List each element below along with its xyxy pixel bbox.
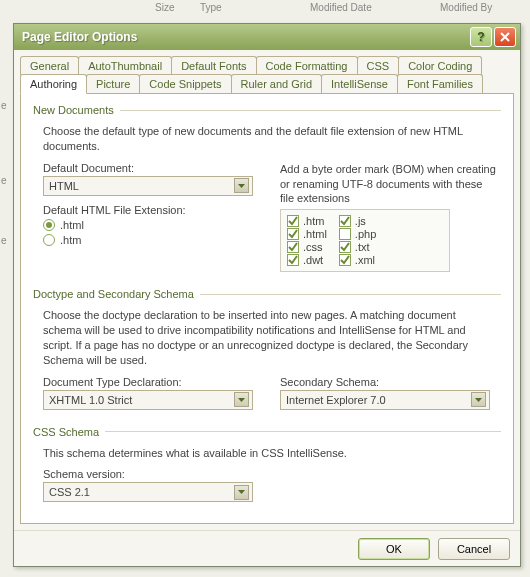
background-column-headers: Size Type Modified Date Modified By <box>0 2 530 20</box>
tab-area: General AutoThumbnail Default Fonts Code… <box>14 50 520 93</box>
dropdown-icon <box>234 178 249 193</box>
schema-version-value: CSS 2.1 <box>49 486 90 498</box>
radio-html[interactable] <box>43 219 55 231</box>
doctype-title: Doctype and Secondary Schema <box>33 288 501 302</box>
schema-version-label: Schema version: <box>43 468 497 480</box>
authoring-panel: New Documents Choose the default type of… <box>20 93 514 524</box>
tab-font-families[interactable]: Font Families <box>397 74 483 93</box>
cb-html[interactable] <box>287 228 299 240</box>
cb-php-row[interactable]: .php <box>339 228 376 240</box>
dialog-footer: OK Cancel <box>14 530 520 566</box>
ok-button[interactable]: OK <box>358 538 430 560</box>
dialog-title: Page Editor Options <box>22 30 468 44</box>
bom-label: Add a byte order mark (BOM) when creatin… <box>280 162 497 207</box>
dropdown-icon <box>234 392 249 407</box>
dtd-select[interactable]: XHTML 1.0 Strict <box>43 390 253 410</box>
tab-authoring[interactable]: Authoring <box>20 74 87 94</box>
tabs-row-1: General AutoThumbnail Default Fonts Code… <box>20 56 514 75</box>
cb-js[interactable] <box>339 215 351 227</box>
tab-css[interactable]: CSS <box>357 56 400 75</box>
tabs-row-2: Authoring Picture Code Snippets Ruler an… <box>20 74 514 93</box>
tab-ruler-and-grid[interactable]: Ruler and Grid <box>231 74 323 93</box>
new-documents-title: New Documents <box>33 104 501 118</box>
new-documents-section: New Documents Choose the default type of… <box>33 104 501 272</box>
cb-txt-row[interactable]: .txt <box>339 241 376 253</box>
css-schema-section: CSS Schema This schema determines what i… <box>33 426 501 503</box>
tab-code-formatting[interactable]: Code Formatting <box>256 56 358 75</box>
cb-dwt-row[interactable]: .dwt <box>287 254 327 266</box>
new-documents-desc: Choose the default type of new documents… <box>43 124 497 154</box>
page-editor-options-dialog: Page Editor Options ? General AutoThumbn… <box>13 23 521 567</box>
doctype-section: Doctype and Secondary Schema Choose the … <box>33 288 501 409</box>
cb-css-row[interactable]: .css <box>287 241 327 253</box>
bom-extensions-box: .htm .html .css .dwt .js .php .txt .xml <box>280 209 450 272</box>
tab-color-coding[interactable]: Color Coding <box>398 56 482 75</box>
bom-col-left: .htm .html .css .dwt <box>287 214 327 267</box>
cb-css[interactable] <box>287 241 299 253</box>
cb-php[interactable] <box>339 228 351 240</box>
dtd-label: Document Type Declaration: <box>43 376 260 388</box>
help-button[interactable]: ? <box>470 27 492 47</box>
default-document-select[interactable]: HTML <box>43 176 253 196</box>
default-document-value: HTML <box>49 180 79 192</box>
radio-html-row[interactable]: .html <box>43 219 260 231</box>
bom-col-right: .js .php .txt .xml <box>339 214 376 267</box>
cb-htm-row[interactable]: .htm <box>287 215 327 227</box>
default-document-label: Default Document: <box>43 162 260 174</box>
cb-htm[interactable] <box>287 215 299 227</box>
css-schema-desc: This schema determines what is available… <box>43 446 497 461</box>
cb-txt[interactable] <box>339 241 351 253</box>
tab-picture[interactable]: Picture <box>86 74 140 93</box>
schema-version-select[interactable]: CSS 2.1 <box>43 482 253 502</box>
dropdown-icon <box>234 485 249 500</box>
cb-html-row[interactable]: .html <box>287 228 327 240</box>
close-button[interactable] <box>494 27 516 47</box>
tab-autothumbnail[interactable]: AutoThumbnail <box>78 56 172 75</box>
titlebar: Page Editor Options ? <box>14 24 520 50</box>
tab-code-snippets[interactable]: Code Snippets <box>139 74 231 93</box>
cb-xml[interactable] <box>339 254 351 266</box>
dropdown-icon <box>471 392 486 407</box>
radio-htm-row[interactable]: .htm <box>43 234 260 246</box>
sec-schema-select[interactable]: Internet Explorer 7.0 <box>280 390 490 410</box>
default-ext-label: Default HTML File Extension: <box>43 204 260 216</box>
cb-js-row[interactable]: .js <box>339 215 376 227</box>
doctype-desc: Choose the doctype declaration to be ins… <box>43 308 497 367</box>
dtd-value: XHTML 1.0 Strict <box>49 394 132 406</box>
sec-schema-value: Internet Explorer 7.0 <box>286 394 386 406</box>
tab-default-fonts[interactable]: Default Fonts <box>171 56 256 75</box>
css-schema-title: CSS Schema <box>33 426 501 440</box>
radio-htm[interactable] <box>43 234 55 246</box>
cb-dwt[interactable] <box>287 254 299 266</box>
cancel-button[interactable]: Cancel <box>438 538 510 560</box>
tab-intellisense[interactable]: IntelliSense <box>321 74 398 93</box>
cb-xml-row[interactable]: .xml <box>339 254 376 266</box>
sec-schema-label: Secondary Schema: <box>280 376 497 388</box>
tab-general[interactable]: General <box>20 56 79 75</box>
